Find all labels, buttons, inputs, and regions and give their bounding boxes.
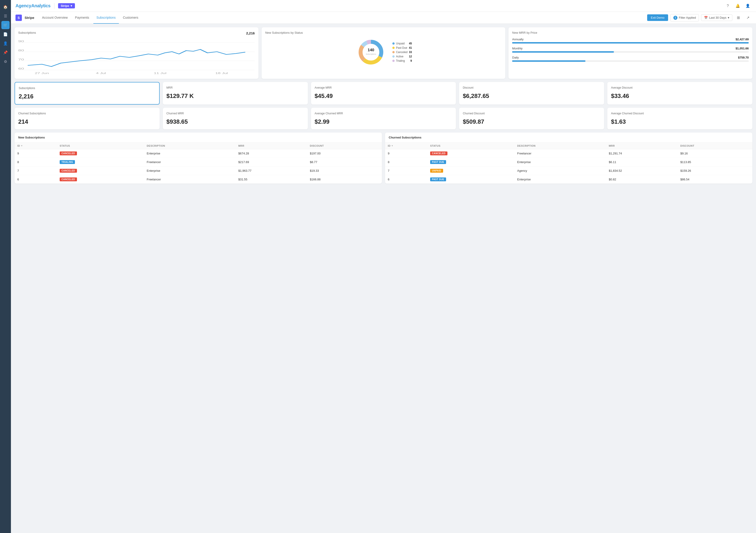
- user-avatar[interactable]: 👤: [744, 2, 751, 10]
- top-nav-right: ? 🔔 👤: [724, 2, 751, 10]
- metric-churned-subs[interactable]: Churned Subscriptions 214: [14, 108, 160, 129]
- metric-avg-churned-mrr[interactable]: Average Churned MRR $2.99: [311, 108, 456, 129]
- tab-payments[interactable]: Payments: [72, 12, 92, 24]
- table-row[interactable]: 7 CANCELED Enterprise $1,963.77 $19.33: [14, 166, 382, 175]
- subscriptions-chart-title: Subscriptions: [18, 31, 36, 34]
- metrics-bottom-row: Churned Subscriptions 214 Churned MRR $9…: [14, 108, 752, 129]
- donut-wrapper: 140 Subscriptions: [355, 36, 387, 68]
- mrr-annually-bar-bg: [512, 42, 749, 43]
- th-status-churned: STATUS: [427, 143, 514, 149]
- table-row[interactable]: 9 CANCELED Freelancer $1,291.74 $9.16: [385, 149, 752, 158]
- legend-dot-unpaid: [392, 42, 394, 45]
- table-row[interactable]: 8 TRIALING Freelancer $217.69 $8.77: [14, 158, 382, 166]
- sidebar-user-icon[interactable]: 👤: [1, 39, 10, 47]
- table-row[interactable]: 8 PAST DUE Enterprise $6.11 $113.85: [385, 158, 752, 166]
- table-row[interactable]: 9 CANCELED Enterprise $674.28 $197.00: [14, 149, 382, 158]
- cell-mrr: $1,834.52: [606, 166, 677, 175]
- mrr-monthly-bar: [512, 51, 614, 53]
- sidebar-pin-icon[interactable]: 📌: [1, 48, 10, 56]
- mrr-daily-label: Daily: [512, 56, 519, 59]
- donut-legend: Unpaid 45 Past Due 41 Canceled 33: [392, 42, 412, 62]
- metric-mrr-label: MRR: [167, 86, 304, 89]
- cell-status: CANCELED: [57, 149, 144, 158]
- metric-avg-discount-value: $33.46: [611, 93, 749, 99]
- svg-text:80: 80: [18, 49, 24, 52]
- metric-subscriptions-label: Subscriptions: [19, 87, 155, 90]
- svg-text:4 Jul: 4 Jul: [96, 72, 106, 74]
- status-badge: CANCELED: [60, 169, 77, 173]
- svg-text:70: 70: [18, 58, 24, 61]
- top-nav: AgencyAnalytics Stripe ▾ ? 🔔 👤: [11, 0, 756, 12]
- tab-customers[interactable]: Customers: [120, 12, 142, 24]
- cell-id: 8: [385, 158, 427, 166]
- notifications-icon[interactable]: 🔔: [734, 2, 742, 10]
- mrr-annually-value: $2,427.69: [736, 38, 749, 41]
- subscriptions-chart-total: 2,216: [246, 31, 255, 35]
- status-badge: CANCELED: [60, 152, 77, 155]
- metric-discount-label: Discount: [463, 86, 601, 89]
- platform-badge[interactable]: Stripe ▾: [58, 3, 75, 9]
- metric-subscriptions[interactable]: Subscriptions 2,216: [14, 82, 160, 104]
- cell-discount: $86.54: [678, 175, 752, 184]
- top-charts-row: Subscriptions 2,216 90 80 70 60: [14, 27, 752, 79]
- sidebar-doc-icon[interactable]: 📄: [1, 30, 10, 38]
- mrr-monthly-label: Monthly: [512, 47, 523, 50]
- new-subscriptions-status-card: New Subscriptions by Status: [262, 27, 505, 79]
- metric-mrr[interactable]: MRR $129.77 K: [163, 82, 308, 104]
- mrr-items: Annually $2,427.69 Monthly $1,051.66: [512, 38, 749, 62]
- table-row[interactable]: 6 CANCELED Freelancer $31.55 $166.88: [14, 175, 382, 184]
- mrr-daily-bar: [512, 60, 585, 62]
- legend-dot-past-due: [392, 47, 394, 49]
- sidebar-settings-icon[interactable]: ⚙: [1, 57, 10, 66]
- exit-demo-button[interactable]: Exit Demo: [647, 14, 668, 21]
- mrr-price-title: New MRR by Price: [512, 31, 749, 34]
- metric-churned-discount[interactable]: Churned Discount $509.87: [459, 108, 604, 129]
- metric-churned-mrr[interactable]: Churned MRR $938.65: [163, 108, 308, 129]
- legend-label-active: Active: [396, 55, 408, 58]
- cell-status: CANCELED: [427, 149, 514, 158]
- cell-id: 8: [14, 158, 57, 166]
- table-row[interactable]: 6 PAST DUE Enterprise $0.82 $86.54: [385, 175, 752, 184]
- legend-active: Active 12: [392, 55, 412, 58]
- sidebar-home-icon[interactable]: 🏠: [1, 3, 10, 11]
- th-id-churned[interactable]: ID▼: [385, 143, 427, 149]
- status-badge: TRIALING: [60, 160, 75, 164]
- legend-val-active: 12: [409, 55, 412, 58]
- th-discount-churned: DISCOUNT: [678, 143, 752, 149]
- metric-avg-mrr[interactable]: Average MRR $45.49: [311, 82, 456, 104]
- legend-val-trialing: 9: [410, 59, 412, 62]
- metric-avg-churned-mrr-label: Average Churned MRR: [315, 112, 452, 115]
- filter-button[interactable]: 1 Filter Applied: [670, 14, 699, 21]
- metric-avg-discount[interactable]: Average Discount $33.46: [607, 82, 752, 104]
- metric-churned-mrr-label: Churned MRR: [167, 112, 304, 115]
- share-icon[interactable]: ↗: [744, 14, 751, 21]
- metric-discount[interactable]: Discount $6,287.65: [459, 82, 604, 104]
- help-icon[interactable]: ?: [724, 2, 731, 10]
- metric-avg-churned-discount[interactable]: Average Churned Discount $1.63: [607, 108, 752, 129]
- status-badge: UNPAID: [430, 169, 443, 173]
- sidebar-menu-icon[interactable]: ☰: [1, 12, 10, 20]
- calendar-icon: 📅: [704, 16, 708, 19]
- cell-description: Enterprise: [144, 166, 235, 175]
- legend-label-trialing: Trialing: [396, 59, 409, 62]
- metric-subscriptions-value: 2,216: [19, 93, 155, 100]
- svg-text:18 Jul: 18 Jul: [215, 72, 228, 74]
- svg-text:60: 60: [18, 67, 24, 70]
- content-area: Subscriptions 2,216 90 80 70 60: [11, 24, 756, 533]
- date-range-button[interactable]: 📅 Last 30 Days ▾: [701, 14, 732, 21]
- columns-icon[interactable]: ⊞: [735, 14, 742, 21]
- tab-account-overview[interactable]: Account Overview: [39, 12, 71, 24]
- cell-description: Freelancer: [514, 149, 606, 158]
- main-area: AgencyAnalytics Stripe ▾ ? 🔔 👤 S Stripe …: [11, 0, 756, 533]
- th-id-new[interactable]: ID▼: [14, 143, 57, 149]
- cell-description: Freelancer: [144, 158, 235, 166]
- legend-val-canceled: 33: [409, 51, 412, 54]
- mrr-annually-label: Annually: [512, 38, 524, 41]
- sidebar-cart-icon[interactable]: 🛒: [1, 21, 10, 29]
- table-row[interactable]: 7 UNPAID Agency $1,834.52 $159.26: [385, 166, 752, 175]
- tab-subscriptions[interactable]: Subscriptions: [94, 12, 119, 24]
- cell-discount: $8.77: [307, 158, 382, 166]
- svg-text:Subscriptions: Subscriptions: [366, 53, 376, 55]
- metric-churned-subs-value: 214: [18, 118, 156, 125]
- legend-label-unpaid: Unpaid: [396, 42, 408, 45]
